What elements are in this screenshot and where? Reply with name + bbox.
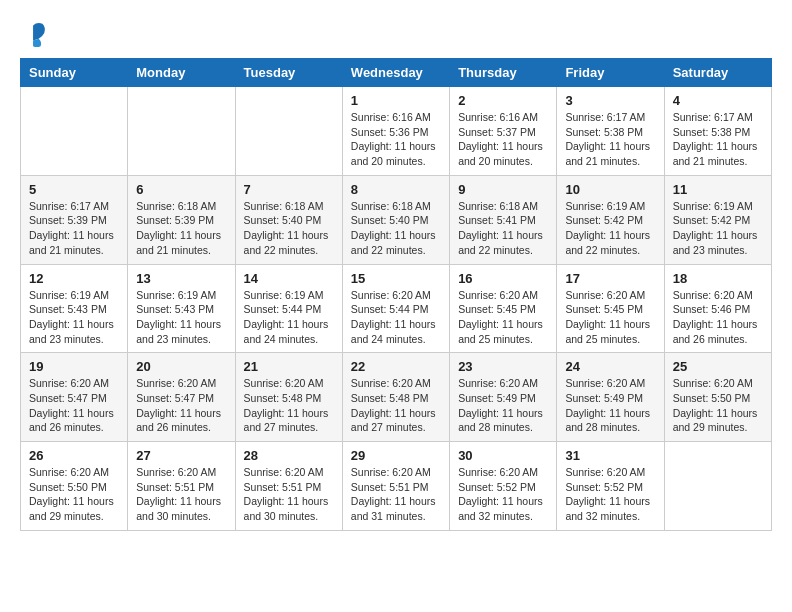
day-number: 8	[351, 182, 441, 197]
week-row-4: 19Sunrise: 6:20 AMSunset: 5:47 PMDayligh…	[21, 353, 772, 442]
day-number: 2	[458, 93, 548, 108]
day-cell: 21Sunrise: 6:20 AMSunset: 5:48 PMDayligh…	[235, 353, 342, 442]
day-cell	[664, 442, 771, 531]
day-number: 11	[673, 182, 763, 197]
day-number: 9	[458, 182, 548, 197]
day-number: 23	[458, 359, 548, 374]
logo	[20, 20, 52, 48]
day-info: Sunrise: 6:17 AMSunset: 5:38 PMDaylight:…	[673, 110, 763, 169]
day-info: Sunrise: 6:20 AMSunset: 5:48 PMDaylight:…	[244, 376, 334, 435]
day-number: 24	[565, 359, 655, 374]
day-info: Sunrise: 6:20 AMSunset: 5:45 PMDaylight:…	[458, 288, 548, 347]
day-info: Sunrise: 6:18 AMSunset: 5:39 PMDaylight:…	[136, 199, 226, 258]
day-cell: 9Sunrise: 6:18 AMSunset: 5:41 PMDaylight…	[450, 175, 557, 264]
day-cell	[235, 87, 342, 176]
day-cell: 1Sunrise: 6:16 AMSunset: 5:36 PMDaylight…	[342, 87, 449, 176]
day-number: 5	[29, 182, 119, 197]
day-cell: 19Sunrise: 6:20 AMSunset: 5:47 PMDayligh…	[21, 353, 128, 442]
day-number: 30	[458, 448, 548, 463]
day-cell: 20Sunrise: 6:20 AMSunset: 5:47 PMDayligh…	[128, 353, 235, 442]
day-info: Sunrise: 6:20 AMSunset: 5:46 PMDaylight:…	[673, 288, 763, 347]
day-info: Sunrise: 6:19 AMSunset: 5:43 PMDaylight:…	[29, 288, 119, 347]
day-info: Sunrise: 6:20 AMSunset: 5:44 PMDaylight:…	[351, 288, 441, 347]
day-info: Sunrise: 6:16 AMSunset: 5:36 PMDaylight:…	[351, 110, 441, 169]
day-cell	[128, 87, 235, 176]
day-info: Sunrise: 6:20 AMSunset: 5:50 PMDaylight:…	[673, 376, 763, 435]
header-wednesday: Wednesday	[342, 59, 449, 87]
page-header	[20, 20, 772, 48]
day-info: Sunrise: 6:20 AMSunset: 5:49 PMDaylight:…	[458, 376, 548, 435]
day-cell: 13Sunrise: 6:19 AMSunset: 5:43 PMDayligh…	[128, 264, 235, 353]
day-cell: 11Sunrise: 6:19 AMSunset: 5:42 PMDayligh…	[664, 175, 771, 264]
day-cell: 17Sunrise: 6:20 AMSunset: 5:45 PMDayligh…	[557, 264, 664, 353]
day-cell: 6Sunrise: 6:18 AMSunset: 5:39 PMDaylight…	[128, 175, 235, 264]
week-row-2: 5Sunrise: 6:17 AMSunset: 5:39 PMDaylight…	[21, 175, 772, 264]
day-cell: 22Sunrise: 6:20 AMSunset: 5:48 PMDayligh…	[342, 353, 449, 442]
day-info: Sunrise: 6:17 AMSunset: 5:39 PMDaylight:…	[29, 199, 119, 258]
header-monday: Monday	[128, 59, 235, 87]
week-row-1: 1Sunrise: 6:16 AMSunset: 5:36 PMDaylight…	[21, 87, 772, 176]
day-number: 25	[673, 359, 763, 374]
week-row-3: 12Sunrise: 6:19 AMSunset: 5:43 PMDayligh…	[21, 264, 772, 353]
day-cell: 26Sunrise: 6:20 AMSunset: 5:50 PMDayligh…	[21, 442, 128, 531]
day-cell: 3Sunrise: 6:17 AMSunset: 5:38 PMDaylight…	[557, 87, 664, 176]
day-info: Sunrise: 6:20 AMSunset: 5:47 PMDaylight:…	[136, 376, 226, 435]
day-info: Sunrise: 6:19 AMSunset: 5:44 PMDaylight:…	[244, 288, 334, 347]
day-info: Sunrise: 6:20 AMSunset: 5:48 PMDaylight:…	[351, 376, 441, 435]
day-info: Sunrise: 6:18 AMSunset: 5:40 PMDaylight:…	[244, 199, 334, 258]
day-info: Sunrise: 6:20 AMSunset: 5:51 PMDaylight:…	[244, 465, 334, 524]
day-number: 15	[351, 271, 441, 286]
day-number: 27	[136, 448, 226, 463]
day-number: 16	[458, 271, 548, 286]
logo-icon	[20, 20, 48, 48]
day-number: 13	[136, 271, 226, 286]
header-tuesday: Tuesday	[235, 59, 342, 87]
day-info: Sunrise: 6:18 AMSunset: 5:41 PMDaylight:…	[458, 199, 548, 258]
day-info: Sunrise: 6:20 AMSunset: 5:49 PMDaylight:…	[565, 376, 655, 435]
day-cell: 12Sunrise: 6:19 AMSunset: 5:43 PMDayligh…	[21, 264, 128, 353]
day-cell: 5Sunrise: 6:17 AMSunset: 5:39 PMDaylight…	[21, 175, 128, 264]
day-cell: 23Sunrise: 6:20 AMSunset: 5:49 PMDayligh…	[450, 353, 557, 442]
day-cell: 2Sunrise: 6:16 AMSunset: 5:37 PMDaylight…	[450, 87, 557, 176]
day-info: Sunrise: 6:20 AMSunset: 5:50 PMDaylight:…	[29, 465, 119, 524]
day-number: 28	[244, 448, 334, 463]
day-info: Sunrise: 6:20 AMSunset: 5:45 PMDaylight:…	[565, 288, 655, 347]
calendar-header-row: SundayMondayTuesdayWednesdayThursdayFrid…	[21, 59, 772, 87]
day-number: 4	[673, 93, 763, 108]
day-cell: 29Sunrise: 6:20 AMSunset: 5:51 PMDayligh…	[342, 442, 449, 531]
day-cell: 7Sunrise: 6:18 AMSunset: 5:40 PMDaylight…	[235, 175, 342, 264]
day-info: Sunrise: 6:20 AMSunset: 5:52 PMDaylight:…	[458, 465, 548, 524]
week-row-5: 26Sunrise: 6:20 AMSunset: 5:50 PMDayligh…	[21, 442, 772, 531]
day-info: Sunrise: 6:19 AMSunset: 5:42 PMDaylight:…	[673, 199, 763, 258]
day-number: 26	[29, 448, 119, 463]
day-cell	[21, 87, 128, 176]
header-friday: Friday	[557, 59, 664, 87]
header-thursday: Thursday	[450, 59, 557, 87]
day-number: 1	[351, 93, 441, 108]
day-number: 6	[136, 182, 226, 197]
day-cell: 8Sunrise: 6:18 AMSunset: 5:40 PMDaylight…	[342, 175, 449, 264]
day-info: Sunrise: 6:16 AMSunset: 5:37 PMDaylight:…	[458, 110, 548, 169]
day-cell: 25Sunrise: 6:20 AMSunset: 5:50 PMDayligh…	[664, 353, 771, 442]
day-info: Sunrise: 6:19 AMSunset: 5:42 PMDaylight:…	[565, 199, 655, 258]
day-cell: 16Sunrise: 6:20 AMSunset: 5:45 PMDayligh…	[450, 264, 557, 353]
header-saturday: Saturday	[664, 59, 771, 87]
day-cell: 27Sunrise: 6:20 AMSunset: 5:51 PMDayligh…	[128, 442, 235, 531]
day-cell: 10Sunrise: 6:19 AMSunset: 5:42 PMDayligh…	[557, 175, 664, 264]
day-info: Sunrise: 6:20 AMSunset: 5:51 PMDaylight:…	[351, 465, 441, 524]
day-number: 3	[565, 93, 655, 108]
day-number: 14	[244, 271, 334, 286]
day-cell: 4Sunrise: 6:17 AMSunset: 5:38 PMDaylight…	[664, 87, 771, 176]
day-number: 18	[673, 271, 763, 286]
day-cell: 24Sunrise: 6:20 AMSunset: 5:49 PMDayligh…	[557, 353, 664, 442]
day-number: 21	[244, 359, 334, 374]
day-number: 22	[351, 359, 441, 374]
day-cell: 15Sunrise: 6:20 AMSunset: 5:44 PMDayligh…	[342, 264, 449, 353]
day-number: 29	[351, 448, 441, 463]
day-number: 31	[565, 448, 655, 463]
day-info: Sunrise: 6:17 AMSunset: 5:38 PMDaylight:…	[565, 110, 655, 169]
day-info: Sunrise: 6:20 AMSunset: 5:51 PMDaylight:…	[136, 465, 226, 524]
day-info: Sunrise: 6:20 AMSunset: 5:52 PMDaylight:…	[565, 465, 655, 524]
day-cell: 14Sunrise: 6:19 AMSunset: 5:44 PMDayligh…	[235, 264, 342, 353]
day-cell: 28Sunrise: 6:20 AMSunset: 5:51 PMDayligh…	[235, 442, 342, 531]
